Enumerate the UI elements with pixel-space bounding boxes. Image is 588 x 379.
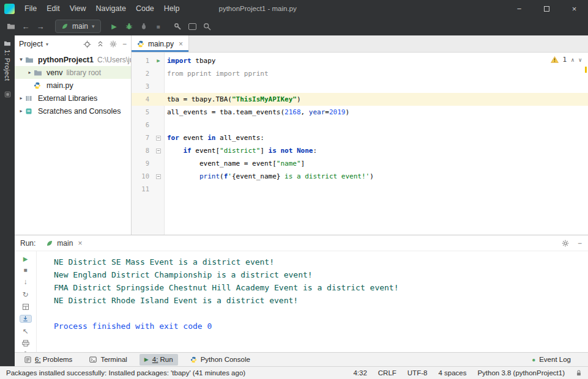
- rerun-button[interactable]: ▶: [20, 256, 32, 262]
- hide-panel-icon[interactable]: −: [122, 40, 127, 48]
- console-output[interactable]: NE District SE Mass Event is a district …: [37, 251, 588, 352]
- print-icon[interactable]: [20, 340, 32, 347]
- editor-body[interactable]: 1▶import tbapy2from pprint import pprint…: [132, 53, 588, 235]
- wrench-icon[interactable]: [171, 19, 185, 34]
- console-stdout-line: NE District SE Mass Event is a district …: [54, 256, 588, 268]
- project-tool-button[interactable]: 1: Project: [4, 40, 11, 81]
- tree-item-venv[interactable]: ▸venvlibrary root: [15, 66, 131, 79]
- open-project-icon[interactable]: [4, 19, 18, 34]
- code-line-4[interactable]: 4tba = tbapy.TBA("ThisIsMyAPIKey"): [132, 93, 588, 106]
- code-line-9[interactable]: 9 event_name = event["name"]: [132, 157, 588, 170]
- menu-edit[interactable]: Edit: [42, 0, 65, 17]
- code-line-8[interactable]: 8 if event["district"] is not None:: [132, 144, 588, 157]
- run-tab-main[interactable]: main ×: [42, 235, 86, 251]
- forward-icon[interactable]: →: [33, 19, 48, 34]
- project-tree: ▼pythonProject1C:\Users\ju▸venvlibrary r…: [15, 53, 131, 117]
- coverage-button[interactable]: [136, 19, 151, 34]
- menu-code[interactable]: Code: [131, 0, 159, 17]
- code-line-11[interactable]: 11: [132, 183, 588, 196]
- toolbtn-terminal[interactable]: Terminal: [84, 354, 132, 366]
- line-number: 8: [132, 144, 152, 157]
- menu-navigate[interactable]: Navigate: [91, 0, 131, 17]
- indent-setting[interactable]: 4 spaces: [438, 369, 466, 377]
- code-line-1[interactable]: 1▶import tbapy: [132, 54, 588, 67]
- back-icon[interactable]: ←: [18, 19, 33, 34]
- center-column: Project ▾ −: [15, 35, 588, 366]
- project-tool-icon: [4, 40, 11, 46]
- close-button[interactable]: ×: [560, 0, 588, 17]
- chevron-collapsed-icon[interactable]: ▸: [26, 70, 34, 75]
- fold-marker-icon[interactable]: [156, 136, 161, 141]
- collapse-all-icon[interactable]: [97, 40, 104, 48]
- minimize-button[interactable]: −: [505, 0, 533, 17]
- toolbtn-event-log[interactable]: ● Event Log: [527, 354, 576, 366]
- hide-run-panel-icon[interactable]: −: [578, 239, 582, 248]
- status-message[interactable]: Packages installed successfully: Install…: [6, 369, 245, 377]
- fold-marker-icon[interactable]: [156, 174, 161, 179]
- run-settings-gear-icon[interactable]: [562, 240, 569, 247]
- run-button[interactable]: ▶: [107, 19, 122, 34]
- fold-marker-icon[interactable]: [156, 149, 161, 153]
- locate-file-icon[interactable]: [83, 40, 91, 48]
- maximize-button[interactable]: [533, 0, 560, 17]
- down-arrow-icon[interactable]: ↓: [20, 278, 32, 286]
- code-line-6[interactable]: 6: [132, 119, 588, 131]
- terminal-toolbar-icon[interactable]: [185, 19, 200, 34]
- code-line-2[interactable]: 2from pprint import pprint: [132, 67, 588, 80]
- search-everywhere-icon[interactable]: [200, 19, 215, 34]
- stop-button[interactable]: ■: [151, 19, 166, 34]
- gear-icon[interactable]: [110, 40, 117, 48]
- run-config-selector[interactable]: main ▾: [55, 20, 101, 33]
- run-tab-leaf-icon: [46, 240, 53, 247]
- close-tab-icon[interactable]: ×: [179, 40, 183, 48]
- gutter-cell: [152, 67, 165, 80]
- layout-icon[interactable]: [20, 303, 32, 311]
- favorites-icon[interactable]: [4, 91, 11, 98]
- prev-warning-icon[interactable]: ∧: [571, 57, 574, 63]
- chevron-collapsed-icon[interactable]: ▸: [17, 108, 25, 114]
- menu-file[interactable]: File: [20, 0, 42, 17]
- menu-help[interactable]: Help: [159, 0, 185, 17]
- code-line-5[interactable]: 5all_events = tba.team_events(2168, year…: [132, 106, 588, 119]
- title-bar: FileEditViewNavigateCodeHelp pythonProje…: [0, 0, 588, 17]
- scroll-to-end-button[interactable]: [20, 315, 32, 323]
- code-line-10[interactable]: 10 print(f'{event_name} is a district ev…: [132, 170, 588, 183]
- tab-main-py[interactable]: main.py ×: [132, 35, 189, 52]
- tree-item-label: External Libraries: [38, 94, 97, 103]
- close-run-tab-icon[interactable]: ×: [78, 239, 82, 248]
- file-encoding[interactable]: UTF-8: [408, 369, 428, 377]
- warning-stripe-mark[interactable]: [585, 67, 587, 73]
- console-stdout-line: NE District Rhode Island Event is a dist…: [54, 294, 588, 307]
- tree-item-pythonproject1[interactable]: ▼pythonProject1C:\Users\ju: [15, 53, 131, 66]
- tree-item-scratches-and-consoles[interactable]: ▸Scratches and Consoles: [15, 105, 131, 117]
- project-panel-title[interactable]: Project: [19, 40, 43, 48]
- toolbtn-run[interactable]: ▶ 4: Run: [140, 354, 178, 366]
- up-left-icon[interactable]: ↖: [20, 327, 32, 336]
- run-line-icon[interactable]: ▶: [157, 54, 160, 67]
- stop-process-button[interactable]: ■: [20, 267, 32, 273]
- code-line-7[interactable]: 7for event in all_events:: [132, 131, 588, 144]
- toolbtn-problems[interactable]: 6: Problems: [20, 354, 77, 366]
- tree-item-external-libraries[interactable]: ▸External Libraries: [15, 92, 131, 105]
- line-separator[interactable]: CRLF: [378, 369, 396, 377]
- caret-position[interactable]: 4:32: [353, 369, 367, 377]
- interpreter[interactable]: Python 3.8 (pythonProject1): [477, 369, 565, 377]
- tree-item-main-py[interactable]: main.py: [15, 79, 131, 92]
- status-bar: Packages installed successfully: Install…: [0, 366, 588, 379]
- code-line-3[interactable]: 3: [132, 80, 588, 93]
- debug-button[interactable]: [122, 19, 136, 34]
- chevron-collapsed-icon[interactable]: ▸: [17, 95, 25, 101]
- gutter-cell: [152, 183, 165, 196]
- lock-icon[interactable]: [576, 369, 582, 377]
- tree-item-label: pythonProject1: [38, 56, 94, 64]
- menu-view[interactable]: View: [65, 0, 91, 17]
- gutter-cell: [152, 144, 165, 157]
- gutter-cell: [152, 93, 165, 106]
- inspection-widget[interactable]: 1 ∧ ∨: [551, 56, 582, 64]
- chevron-expanded-icon[interactable]: ▼: [17, 57, 25, 62]
- run-config-leaf-icon: [61, 23, 69, 30]
- restart-icon[interactable]: ↻: [20, 290, 32, 299]
- toolbtn-python-console[interactable]: Python Console: [185, 354, 255, 366]
- next-warning-icon[interactable]: ∨: [579, 57, 582, 63]
- run-config-name: main: [72, 22, 88, 31]
